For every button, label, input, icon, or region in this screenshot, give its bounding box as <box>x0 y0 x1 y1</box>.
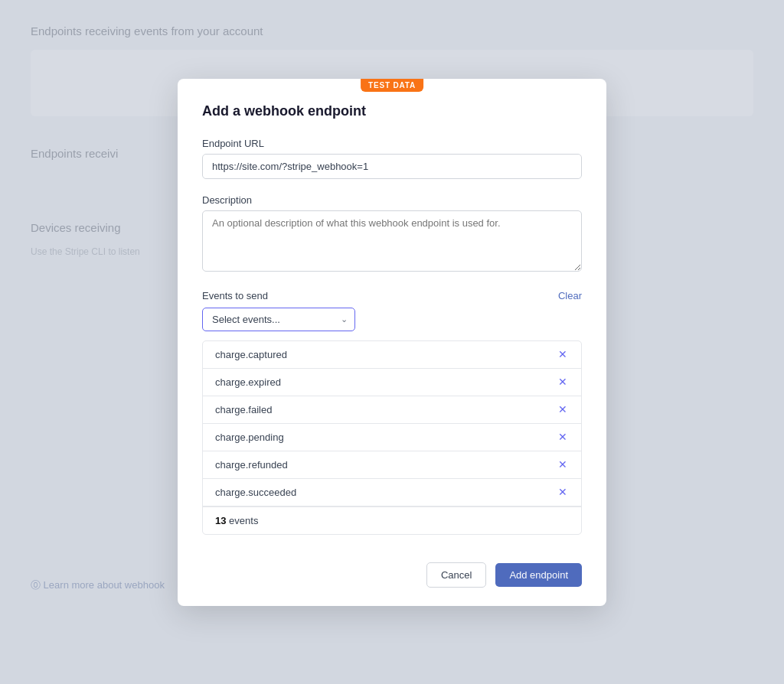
list-item: charge.succeeded ✕ <box>203 479 581 506</box>
event-name: charge.pending <box>215 432 284 443</box>
endpoint-url-label: Endpoint URL <box>202 138 582 149</box>
endpoint-url-input[interactable] <box>202 154 582 179</box>
remove-event-button[interactable]: ✕ <box>557 404 569 415</box>
events-label: Events to send <box>202 290 268 301</box>
endpoint-url-group: Endpoint URL <box>202 138 582 179</box>
events-count-row: 13 events <box>203 506 581 534</box>
add-webhook-modal: TEST DATA Add a webhook endpoint Endpoin… <box>178 79 606 606</box>
list-item: charge.captured ✕ <box>203 341 581 369</box>
events-section: Events to send Clear Select events... ⌄ … <box>202 290 582 535</box>
description-group: Description <box>202 194 582 275</box>
event-name: charge.refunded <box>215 459 288 471</box>
event-name: charge.succeeded <box>215 487 296 498</box>
cancel-button[interactable]: Cancel <box>426 562 486 588</box>
list-item: charge.refunded ✕ <box>203 451 581 479</box>
description-label: Description <box>202 194 582 206</box>
remove-event-button[interactable]: ✕ <box>557 349 569 360</box>
event-name: charge.failed <box>215 404 272 415</box>
list-item: charge.failed ✕ <box>203 396 581 424</box>
clear-button[interactable]: Clear <box>558 290 582 301</box>
list-item: charge.expired ✕ <box>203 369 581 396</box>
event-name: charge.expired <box>215 376 281 388</box>
remove-event-button[interactable]: ✕ <box>557 432 569 442</box>
remove-event-button[interactable]: ✕ <box>557 487 569 497</box>
remove-event-button[interactable]: ✕ <box>557 459 569 470</box>
select-events-wrapper: Select events... ⌄ <box>202 308 355 331</box>
modal-title: Add a webhook endpoint <box>202 103 582 119</box>
modal-overlay: TEST DATA Add a webhook endpoint Endpoin… <box>0 0 784 684</box>
add-endpoint-button[interactable]: Add endpoint <box>495 563 582 587</box>
events-header: Events to send Clear <box>202 290 582 301</box>
events-count-number: 13 <box>215 515 226 526</box>
events-count-label: events <box>229 515 258 526</box>
description-textarea[interactable] <box>202 210 582 272</box>
events-list: charge.captured ✕ charge.expired ✕ charg… <box>202 340 582 535</box>
list-item: charge.pending ✕ <box>203 424 581 451</box>
modal-body: Add a webhook endpoint Endpoint URL Desc… <box>178 79 606 535</box>
event-name: charge.captured <box>215 349 287 360</box>
modal-footer: Cancel Add endpoint <box>178 547 606 606</box>
remove-event-button[interactable]: ✕ <box>557 376 569 387</box>
select-events-dropdown[interactable]: Select events... <box>202 308 355 331</box>
test-data-badge: TEST DATA <box>361 79 423 92</box>
